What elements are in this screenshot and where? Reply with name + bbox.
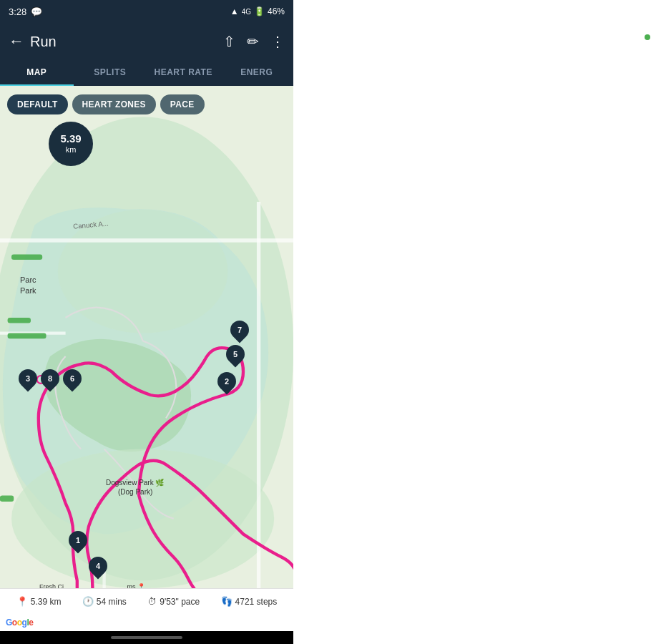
filter-default[interactable]: DEFAULT <box>7 94 68 114</box>
distance-unit: km <box>66 145 77 155</box>
google-logo: Google <box>6 618 33 628</box>
page-title: Run <box>30 34 223 50</box>
top-actions: ⇧ ✏ ⋮ <box>223 33 285 50</box>
distance-badge: 5.39 km <box>49 122 93 166</box>
edit-button[interactable]: ✏ <box>247 33 259 50</box>
tab-energy[interactable]: ENERG <box>220 60 294 84</box>
tab-map[interactable]: MAP <box>0 60 74 84</box>
time-icon: 🕐 <box>82 596 94 607</box>
svg-rect-12 <box>11 254 42 260</box>
right-area <box>293 0 656 644</box>
phone-frame: 3:28 💬 ▲ 4G 🔋 46% ← Run ⇧ ✏ ⋮ MAP SPLITS… <box>0 0 293 644</box>
whatsapp-icon: 💬 <box>31 6 42 17</box>
place-label-dogsview: Dogsview Park 🌿 <box>106 479 164 487</box>
map-filters: DEFAULT HEART ZONES PACE <box>7 94 205 114</box>
stat-steps-value: 4721 steps <box>235 597 278 607</box>
place-label-freshcity: Fresh Ci... <box>39 583 69 588</box>
place-label-park: Park <box>20 286 36 295</box>
distance-icon: 📍 <box>16 596 28 607</box>
back-button[interactable]: ← <box>9 29 30 54</box>
time-display: 3:28 <box>9 6 26 17</box>
tab-bar: MAP SPLITS HEART RATE ENERG <box>0 60 293 86</box>
stat-distance-value: 5.39 km <box>31 597 62 607</box>
stat-steps: 👣 4721 steps <box>221 596 278 607</box>
tab-splits[interactable]: SPLITS <box>74 60 147 84</box>
stat-pace: ⏱ 9'53" pace <box>147 596 200 607</box>
network-icon: 4G <box>242 8 251 16</box>
filter-pace[interactable]: PACE <box>160 94 205 114</box>
place-label-ims: ...ms 📍 <box>122 583 145 588</box>
battery-level: 46% <box>268 6 285 16</box>
more-button[interactable]: ⋮ <box>270 33 285 50</box>
pace-icon: ⏱ <box>147 596 157 607</box>
share-button[interactable]: ⇧ <box>223 33 235 50</box>
svg-rect-13 <box>0 495 14 502</box>
google-logo-bar: Google <box>0 614 293 631</box>
tab-heart-rate[interactable]: HEART RATE <box>147 60 220 84</box>
signal-icon: ▲ <box>230 6 239 16</box>
top-bar: ← Run ⇧ ✏ ⋮ <box>0 23 293 60</box>
home-indicator <box>0 631 293 644</box>
bottom-stats: 📍 5.39 km 🕐 54 mins ⏱ 9'53" pace 👣 4721 … <box>0 588 293 614</box>
stat-time-value: 54 mins <box>97 597 127 607</box>
stat-pace-value: 9'53" pace <box>160 597 200 607</box>
distance-value: 5.39 <box>60 132 81 145</box>
svg-rect-10 <box>8 318 31 323</box>
status-right: ▲ 4G 🔋 46% <box>230 6 285 16</box>
map-svg: Canuck A... <box>0 86 293 588</box>
place-label-parc: Parc <box>20 275 36 284</box>
svg-rect-11 <box>8 333 46 339</box>
status-bar: 3:28 💬 ▲ 4G 🔋 46% <box>0 0 293 23</box>
stat-distance: 📍 5.39 km <box>16 596 62 607</box>
place-label-dogpark: (Dog Park) <box>118 488 152 496</box>
status-left: 3:28 💬 <box>9 6 42 17</box>
home-bar <box>111 636 182 639</box>
stat-time: 🕐 54 mins <box>82 596 127 607</box>
filter-heart-zones[interactable]: HEART ZONES <box>72 94 156 114</box>
steps-icon: 👣 <box>221 596 232 607</box>
battery-icon: 🔋 <box>254 6 265 16</box>
map-area[interactable]: Canuck A... DEFAULT HEART ZONES PACE 5.3… <box>0 86 293 588</box>
green-status-dot <box>645 34 650 40</box>
